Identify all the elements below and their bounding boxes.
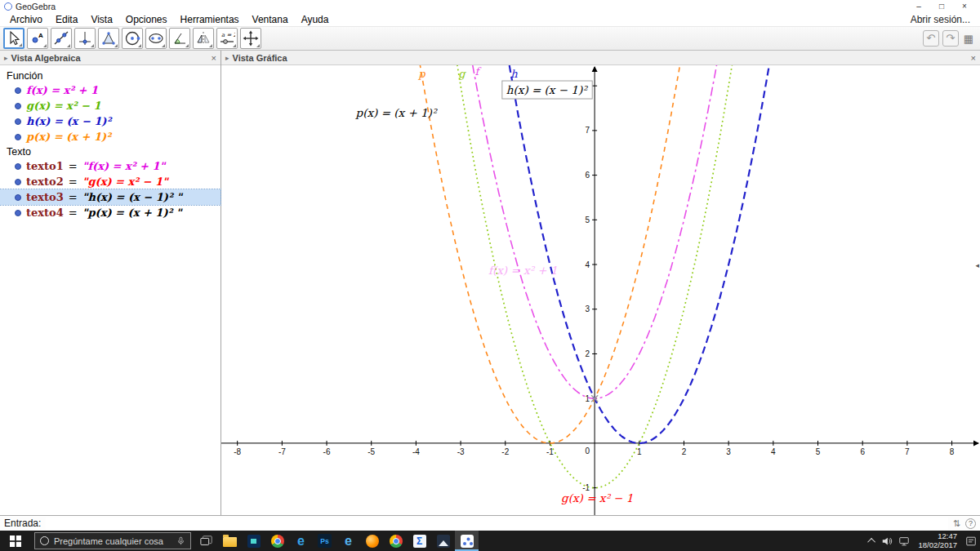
visibility-dot-icon[interactable] (15, 194, 21, 201)
angle-tool[interactable] (169, 28, 190, 49)
algebra-close-icon[interactable]: × (212, 53, 216, 63)
network-icon[interactable] (898, 535, 910, 547)
taskbar-app-geogebra[interactable] (455, 531, 479, 551)
panel-menu-arrow-icon[interactable]: ▸ (4, 54, 8, 62)
ellipse-tool[interactable] (145, 28, 167, 49)
reflect-icon (195, 30, 212, 47)
texto2-value: "g(x) = x² − 1" (82, 175, 168, 189)
algebra-item-h[interactable]: h(x) = (x − 1)² (0, 113, 220, 129)
texto3-name: texto3 (26, 190, 64, 204)
microphone-icon[interactable] (176, 535, 185, 547)
menu-herramientas[interactable]: Herramientas (174, 14, 246, 25)
algebra-item-texto3[interactable]: texto3 = "h(x) = (x − 1)² " (0, 189, 220, 205)
panel-menu-arrow-icon[interactable]: ▸ (225, 54, 229, 62)
perpendicular-line-tool[interactable] (74, 28, 96, 49)
window-title: GeoGebra (16, 2, 56, 11)
graph-canvas[interactable]: -8-7-6-5-4-3-2-112345678-1123456780pgfhp… (221, 65, 980, 515)
taskbar-app-firefox[interactable] (360, 531, 384, 551)
move-graphics-view-tool[interactable] (240, 28, 261, 49)
equals-sign: = (69, 159, 78, 173)
visibility-dot-icon[interactable] (15, 87, 21, 94)
chevron-up-icon[interactable] (868, 538, 876, 546)
svg-text:-7: -7 (278, 447, 286, 456)
menu-ayuda[interactable]: Ayuda (295, 14, 336, 25)
start-button[interactable] (0, 531, 31, 551)
reflect-tool[interactable] (193, 28, 214, 49)
point-tool[interactable]: A (27, 28, 48, 49)
menu-ventana[interactable]: Ventana (246, 14, 295, 25)
svg-text:3: 3 (586, 304, 590, 313)
menu-archivo[interactable]: Archivo (3, 14, 49, 25)
layout-panel-button[interactable]: ▦ (962, 33, 977, 45)
geogebra-icon (461, 535, 474, 548)
graphics-close-icon[interactable]: × (971, 53, 976, 63)
visibility-dot-icon[interactable] (15, 163, 21, 170)
algebra-item-texto1[interactable]: texto1 = "f(x) = x² + 1" (0, 158, 220, 174)
taskbar-app-photoshop[interactable]: Ps (313, 531, 336, 551)
equals-sign: = (69, 206, 78, 220)
menu-opciones[interactable]: Opciones (119, 14, 174, 25)
panel-collapse-arrow-icon[interactable]: ◂ (975, 261, 979, 269)
move-cursor-icon (6, 30, 22, 47)
algebra-view-panel: ▸ Vista Algebraica × Función f(x) = x² +… (0, 51, 221, 515)
svg-text:8: 8 (950, 447, 955, 456)
texto1-graph-label: f(x) = x² + 1 (488, 264, 558, 277)
move-tool[interactable] (3, 28, 24, 49)
redo-button[interactable]: ↷ (942, 30, 959, 47)
algebra-item-texto2[interactable]: texto2 = "g(x) = x² − 1" (0, 174, 220, 189)
line-icon (53, 30, 69, 47)
slider-tool[interactable]: a = 2 (216, 28, 238, 49)
input-bar-label: Entrada: (4, 518, 41, 529)
circle-tool[interactable] (122, 28, 143, 49)
volume-icon[interactable] (881, 535, 893, 547)
taskbar-app-edge[interactable]: e (289, 531, 313, 551)
toolbar: A a = 2 ↶ ↷ ▦ (0, 27, 980, 51)
algebra-section-funcion[interactable]: Función (0, 69, 220, 82)
visibility-dot-icon[interactable] (15, 134, 21, 140)
algebra-input[interactable] (46, 518, 947, 530)
menu-edita[interactable]: Edita (49, 14, 84, 25)
algebra-item-g[interactable]: g(x) = x² − 1 (0, 98, 220, 113)
texto2-name: texto2 (26, 175, 64, 189)
menu-vista[interactable]: Vista (84, 14, 118, 25)
svg-text:4: 4 (586, 260, 590, 269)
visibility-dot-icon[interactable] (15, 210, 21, 216)
sign-in-link[interactable]: Abrir sesión... (911, 14, 977, 25)
svg-text:-5: -5 (368, 447, 375, 456)
taskbar-app-chrome-2[interactable] (384, 531, 408, 551)
undo-button[interactable]: ↶ (923, 30, 939, 47)
taskbar-app-file-explorer[interactable] (218, 531, 242, 551)
cortana-search-box[interactable]: Pregúntame cualquier cosa (34, 532, 191, 549)
svg-text:-4: -4 (412, 447, 420, 456)
minimize-button[interactable]: – (907, 0, 930, 13)
maximize-button[interactable]: □ (930, 0, 953, 13)
action-center-icon[interactable] (965, 535, 977, 547)
taskbar-app-internet-explorer[interactable]: e (336, 531, 360, 551)
taskbar-app-store[interactable] (242, 531, 265, 551)
photoshop-icon: Ps (318, 534, 332, 548)
taskbar-app-chrome[interactable] (265, 531, 289, 551)
visibility-dot-icon[interactable] (15, 179, 21, 185)
task-view-button[interactable] (194, 531, 218, 551)
clock[interactable]: 12:47 18/02/2017 (915, 532, 960, 549)
algebra-item-f[interactable]: f(x) = x² + 1 (0, 82, 220, 98)
graphics-view-header: ▸ Vista Gráfica × (221, 51, 980, 65)
equals-sign: = (69, 175, 78, 189)
svg-text:7: 7 (586, 126, 590, 135)
visibility-dot-icon[interactable] (15, 118, 21, 125)
taskbar-app-math[interactable]: Σ (408, 531, 431, 551)
close-button[interactable]: × (953, 0, 976, 13)
algebra-section-texto[interactable]: Texto (0, 144, 220, 158)
polygon-tool[interactable] (98, 28, 119, 49)
search-placeholder-text: Pregúntame cualquier cosa (54, 536, 163, 546)
input-options-icon[interactable]: ⇅ (953, 518, 960, 529)
taskbar-app-photos[interactable] (431, 531, 455, 551)
help-button[interactable]: ? (965, 518, 976, 529)
visibility-dot-icon[interactable] (15, 103, 21, 109)
algebra-item-p[interactable]: p(x) = (x + 1)² (0, 129, 220, 144)
texto1-value: "f(x) = x² + 1" (82, 159, 166, 173)
svg-text:7: 7 (905, 447, 910, 456)
perpendicular-line-icon (77, 30, 93, 47)
line-tool[interactable] (51, 28, 72, 49)
algebra-item-texto4[interactable]: texto4 = "p(x) = (x + 1)² " (0, 205, 220, 220)
